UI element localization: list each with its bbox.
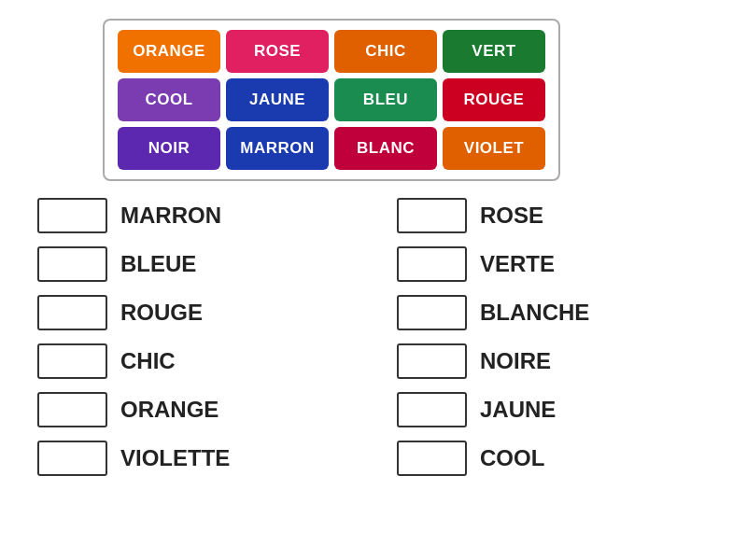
color-button-chic[interactable]: CHIC xyxy=(334,30,437,73)
answer-row: VERTE xyxy=(397,246,728,282)
answer-label: NOIRE xyxy=(480,348,551,374)
answer-row: ROSE xyxy=(397,198,728,233)
answer-row: VIOLETTE xyxy=(37,441,369,476)
answer-label: ORANGE xyxy=(120,397,218,423)
answer-row: BLANCHE xyxy=(397,295,728,330)
answer-label: VERTE xyxy=(480,251,555,277)
answer-label: BLEUE xyxy=(120,251,196,277)
answer-row: NOIRE xyxy=(397,343,728,379)
answer-row: COOL xyxy=(397,441,728,476)
color-button-bleu[interactable]: BLEU xyxy=(334,78,437,121)
color-button-rose[interactable]: ROSE xyxy=(226,30,329,73)
answer-input-box[interactable] xyxy=(397,343,467,379)
answer-input-box[interactable] xyxy=(397,246,467,282)
answer-row: ORANGE xyxy=(37,392,369,427)
color-button-vert[interactable]: VERT xyxy=(443,30,545,73)
answer-input-box[interactable] xyxy=(397,392,467,427)
color-button-rouge[interactable]: ROUGE xyxy=(443,78,545,121)
answer-input-box[interactable] xyxy=(37,441,107,476)
color-button-blanc[interactable]: BLANC xyxy=(334,127,437,170)
color-button-orange[interactable]: ORANGE xyxy=(118,30,220,73)
color-button-grid: ORANGEROSECHICVERTCOOLJAUNEBLEUROUGENOIR… xyxy=(118,30,545,170)
answer-input-box[interactable] xyxy=(37,246,107,282)
answer-label: COOL xyxy=(480,445,544,471)
answer-label: BLANCHE xyxy=(480,300,589,326)
answer-label: ROSE xyxy=(480,203,543,229)
answer-column-left: MARRONBLEUEROUGECHICORANGEVIOLETTE xyxy=(37,198,369,489)
answer-input-box[interactable] xyxy=(397,441,467,476)
answer-input-box[interactable] xyxy=(397,198,467,233)
answer-column-right: ROSEVERTEBLANCHENOIREJAUNECOOL xyxy=(397,198,728,489)
answer-input-box[interactable] xyxy=(397,295,467,330)
answer-label: CHIC xyxy=(120,348,176,374)
color-button-noir[interactable]: NOIR xyxy=(118,127,220,170)
answer-label: ROUGE xyxy=(120,300,203,326)
top-grid-container: ORANGEROSECHICVERTCOOLJAUNEBLEUROUGENOIR… xyxy=(103,19,560,181)
answer-row: JAUNE xyxy=(397,392,728,427)
answer-label: JAUNE xyxy=(480,397,556,423)
answer-row: CHIC xyxy=(37,343,369,379)
answer-input-box[interactable] xyxy=(37,198,107,233)
answer-input-box[interactable] xyxy=(37,295,107,330)
answer-row: MARRON xyxy=(37,198,369,233)
color-button-marron[interactable]: MARRON xyxy=(226,127,329,170)
color-button-violet[interactable]: VIOLET xyxy=(443,127,545,170)
answer-row: ROUGE xyxy=(37,295,369,330)
color-button-jaune[interactable]: JAUNE xyxy=(226,78,329,121)
answer-section: MARRONBLEUEROUGECHICORANGEVIOLETTEROSEVE… xyxy=(19,198,728,489)
answer-row: BLEUE xyxy=(37,246,369,282)
color-button-cool[interactable]: COOL xyxy=(118,78,220,121)
answer-label: MARRON xyxy=(120,203,221,229)
answer-label: VIOLETTE xyxy=(120,445,230,471)
answer-input-box[interactable] xyxy=(37,392,107,427)
answer-input-box[interactable] xyxy=(37,343,107,379)
